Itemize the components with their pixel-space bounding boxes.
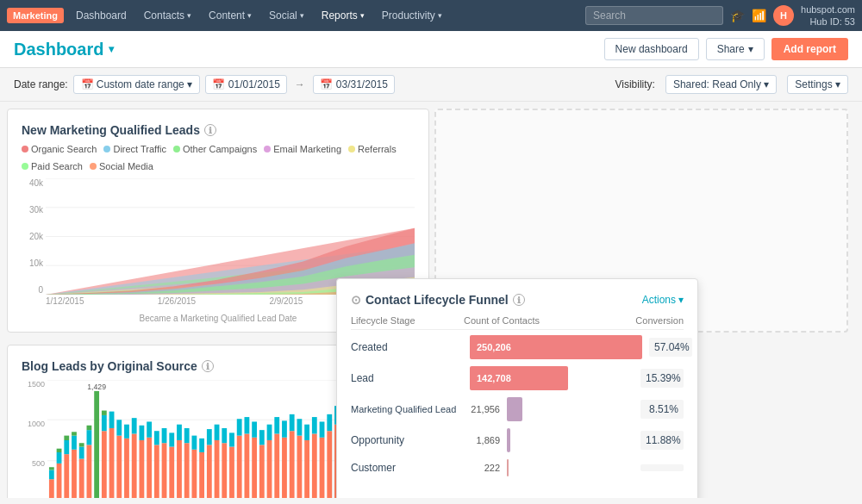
funnel-row-mql: Marketing Qualified Lead 21,956 8.51% [351, 397, 684, 421]
svg-rect-67 [184, 428, 190, 443]
date-range-button[interactable]: 📅 Custom date range ▾ [73, 75, 200, 94]
svg-text:1,429: 1,429 [87, 382, 106, 391]
svg-rect-93 [282, 420, 287, 437]
svg-rect-73 [207, 429, 212, 445]
add-report-button[interactable]: Add report [771, 38, 848, 60]
svg-rect-25 [49, 467, 54, 470]
funnel-bar-fill-lead: 142,708 [470, 366, 568, 390]
svg-rect-75 [215, 425, 220, 440]
svg-rect-30 [64, 440, 69, 454]
svg-rect-101 [312, 417, 317, 433]
start-date-input[interactable]: 📅 01/01/2015 [205, 75, 287, 94]
blog-info-icon[interactable]: ℹ [202, 360, 214, 372]
svg-rect-105 [327, 414, 332, 431]
funnel-count-customer: 222 [470, 463, 500, 473]
funnel-bar-fill-opportunity [507, 428, 510, 452]
legend-dot-organic [22, 146, 28, 152]
funnel-bar-fill-customer [507, 459, 509, 476]
mql-info-icon[interactable]: ℹ [204, 124, 216, 136]
svg-rect-56 [147, 438, 152, 498]
avatar[interactable]: H [773, 5, 794, 26]
funnel-title-icon: ⊙ [351, 293, 361, 307]
svg-rect-62 [169, 447, 174, 498]
svg-rect-79 [229, 432, 234, 446]
svg-rect-24 [49, 470, 54, 479]
nav-item-productivity[interactable]: Productivity ▾ [373, 0, 451, 31]
svg-rect-70 [199, 452, 204, 498]
end-date-input[interactable]: 📅 03/31/2015 [313, 75, 395, 94]
visibility-label: Visibility: [615, 78, 654, 90]
nav-item-social[interactable]: Social ▾ [260, 0, 313, 31]
chart-area [46, 178, 415, 295]
funnel-stage-mql: Marketing Qualified Lead [351, 404, 463, 414]
svg-rect-45 [102, 411, 107, 415]
svg-rect-89 [267, 425, 272, 440]
funnel-stage-opportunity: Opportunity [351, 434, 463, 446]
svg-rect-91 [274, 417, 279, 433]
svg-rect-96 [297, 436, 302, 498]
svg-rect-68 [191, 450, 197, 498]
funnel-bar-created: 250,206 [470, 335, 642, 359]
legend-referrals: Referrals [348, 144, 397, 154]
y-axis: 40k 30k 20k 10k 0 [22, 178, 46, 295]
svg-rect-99 [304, 425, 309, 440]
svg-rect-52 [132, 433, 137, 498]
nav-item-dashboard[interactable]: Dashboard [67, 0, 135, 31]
new-dashboard-button[interactable]: New dashboard [604, 38, 699, 60]
svg-rect-34 [72, 432, 77, 435]
actions-button[interactable]: Actions ▾ [642, 294, 684, 306]
svg-rect-55 [140, 426, 145, 440]
svg-rect-100 [312, 433, 317, 498]
search-input[interactable] [585, 6, 723, 25]
date-arrow: → [295, 78, 305, 90]
svg-rect-80 [237, 436, 242, 498]
svg-rect-49 [116, 420, 122, 435]
legend-social: Social Media [90, 161, 153, 171]
share-button[interactable]: Share ▾ [706, 38, 765, 60]
nav-item-reports[interactable]: Reports ▾ [313, 0, 373, 31]
svg-rect-104 [327, 431, 332, 498]
funnel-row-customer: Customer 222 [351, 459, 684, 476]
legend-dot-social [90, 163, 97, 170]
svg-rect-26 [57, 464, 62, 498]
nav-items: Dashboard Contacts ▾ Content ▾ Social ▾ … [67, 0, 585, 31]
svg-rect-76 [222, 443, 227, 498]
nav-item-contacts[interactable]: Contacts ▾ [135, 0, 200, 31]
dashboard-title[interactable]: Dashboard ▾ [14, 40, 114, 59]
date-range-label: Date range: [14, 78, 68, 90]
svg-rect-82 [244, 433, 249, 498]
legend-dot-paid [22, 163, 28, 170]
settings-button[interactable]: Settings ▾ [787, 75, 848, 94]
funnel-bar-mql: 21,956 [470, 397, 634, 421]
funnel-col-conversion: Conversion [635, 315, 684, 326]
svg-rect-65 [177, 425, 182, 440]
svg-rect-64 [177, 440, 182, 498]
funnel-row-lead: Lead 142,708 15.39% [351, 366, 684, 390]
svg-rect-98 [304, 440, 309, 498]
funnel-count-opportunity: 1,869 [470, 435, 500, 445]
funnel-conversion-customer [640, 464, 684, 471]
funnel-info-icon[interactable]: ℹ [513, 294, 525, 306]
date-bar: Date range: 📅 Custom date range ▾ 📅 01/0… [0, 68, 862, 102]
hubspot-info: hubspot.com Hub ID: 53 [801, 3, 855, 28]
nav-right: 🎓 📶 H hubspot.com Hub ID: 53 [730, 3, 855, 28]
svg-rect-51 [124, 425, 129, 439]
svg-rect-46 [109, 428, 115, 498]
svg-rect-27 [57, 452, 62, 464]
svg-rect-94 [290, 431, 295, 498]
legend-dot-email [264, 146, 271, 152]
svg-rect-28 [57, 449, 62, 452]
dashboard-caret: ▾ [109, 43, 114, 55]
blog-y-axis: 1500 1000 500 [22, 380, 47, 498]
svg-rect-54 [140, 440, 145, 498]
svg-rect-43 [102, 431, 107, 498]
nav-item-content[interactable]: Content ▾ [200, 0, 260, 31]
nav-logo[interactable]: Marketing [7, 8, 64, 23]
svg-rect-36 [79, 447, 84, 459]
funnel-bar-fill-created: 250,206 [470, 335, 642, 359]
wifi-icon[interactable]: 📶 [752, 9, 766, 22]
main-content: New Marketing Qualified Leads ℹ Organic … [0, 102, 862, 498]
visibility-button[interactable]: Shared: Read Only ▾ [665, 75, 777, 94]
graduation-icon[interactable]: 🎓 [730, 9, 745, 22]
funnel-count-mql: 21,956 [470, 404, 500, 414]
